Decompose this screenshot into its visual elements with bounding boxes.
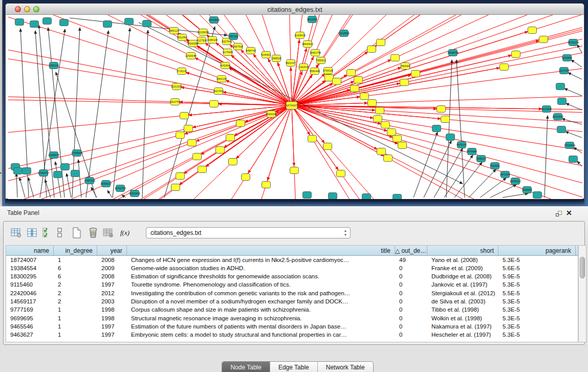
cell-out_degree[interactable]: 0: [395, 331, 427, 339]
network-node[interactable]: [210, 101, 219, 107]
network-node[interactable]: [362, 194, 371, 200]
network-node[interactable]: [381, 122, 390, 128]
network-node[interactable]: 6679197: [456, 142, 467, 148]
cell-out_degree[interactable]: 0: [395, 273, 427, 281]
window-titlebar[interactable]: citations_edges.txt: [6, 4, 584, 15]
tab-edge-table[interactable]: Edge Table: [270, 362, 318, 372]
network-node[interactable]: [391, 55, 400, 61]
network-node[interactable]: [43, 18, 52, 25]
network-node[interactable]: [180, 113, 189, 119]
cell-title[interactable]: Estimation of the future numbers of pati…: [127, 322, 395, 331]
create-table-icon[interactable]: [70, 226, 83, 239]
network-node[interactable]: 9242844: [220, 62, 230, 69]
cell-year[interactable]: 2012: [97, 289, 127, 297]
network-node[interactable]: 1810754: [170, 99, 180, 105]
cell-short[interactable]: Stergiakouli et al. (2012): [427, 289, 498, 297]
network-node[interactable]: [125, 18, 134, 25]
network-node[interactable]: 9227349: [559, 68, 569, 74]
cell-out_degree[interactable]: 0: [395, 314, 427, 322]
cell-out_degree[interactable]: 0: [395, 322, 427, 331]
column-header-pagerank[interactable]: pagerank: [498, 246, 576, 255]
cell-short[interactable]: Dudbridge et al. (2008): [427, 273, 498, 281]
show-columns-icon[interactable]: [26, 226, 39, 239]
network-node[interactable]: 1588520: [271, 55, 281, 62]
network-node[interactable]: [387, 129, 396, 136]
cell-year[interactable]: 2008: [97, 273, 127, 281]
network-node[interactable]: [333, 78, 341, 85]
network-node[interactable]: [351, 85, 359, 92]
cell-year[interactable]: 1997: [97, 331, 127, 339]
cell-in_degree[interactable]: 1: [54, 322, 97, 331]
select-all-icon[interactable]: [40, 226, 54, 239]
network-node[interactable]: [54, 171, 62, 178]
cell-pagerank[interactable]: 5.3E-5: [498, 306, 576, 314]
network-node[interactable]: [171, 184, 180, 191]
cell-short[interactable]: Hescheler et al. (1997): [427, 331, 498, 339]
network-node[interactable]: [323, 143, 332, 150]
table-row[interactable]: 946554611997Estimation of the future num…: [6, 322, 578, 331]
cell-year[interactable]: 1998: [97, 306, 127, 314]
cell-pagerank[interactable]: 5.3E-5: [498, 256, 576, 264]
network-node[interactable]: [236, 120, 245, 127]
network-node[interactable]: 18724007: [286, 102, 297, 110]
cell-pagerank[interactable]: 5.3E-5: [498, 297, 576, 305]
network-node[interactable]: 17359924: [71, 150, 82, 157]
cell-title[interactable]: Investigating the contribution of common…: [127, 289, 395, 297]
delete-column-icon[interactable]: [102, 226, 115, 239]
close-panel-icon[interactable]: ✕: [566, 209, 572, 217]
delete-table-icon[interactable]: [86, 226, 100, 239]
network-node[interactable]: [398, 142, 407, 149]
network-node[interactable]: 8813054: [307, 16, 317, 23]
column-header-name[interactable]: name: [6, 246, 54, 255]
network-node[interactable]: 8215955: [541, 106, 552, 113]
network-node[interactable]: [308, 136, 317, 142]
network-node[interactable]: [188, 140, 197, 146]
cell-year[interactable]: 1997: [97, 322, 127, 331]
network-node[interactable]: [377, 39, 385, 46]
network-node[interactable]: [23, 168, 31, 174]
cell-pagerank[interactable]: 5.9E-5: [498, 273, 576, 281]
network-node[interactable]: [500, 64, 509, 71]
cell-short[interactable]: Jankovic et al. (1997): [427, 281, 498, 289]
network-node[interactable]: [441, 116, 450, 123]
network-node[interactable]: 2803144: [216, 76, 227, 82]
network-node[interactable]: 7632621: [490, 163, 500, 169]
cell-out_degree[interactable]: 0: [395, 297, 427, 305]
network-node[interactable]: [354, 77, 363, 83]
network-node[interactable]: 16543382: [187, 40, 199, 47]
network-node[interactable]: 22420046: [185, 53, 197, 59]
network-node[interactable]: 2667608: [233, 43, 243, 50]
network-node[interactable]: 12923448: [129, 190, 140, 197]
cell-out_degree[interactable]: 0: [395, 264, 427, 272]
network-node[interactable]: [347, 70, 356, 76]
cell-in_degree[interactable]: 6: [54, 264, 97, 272]
cell-title[interactable]: Corpus callosum shape and size in male p…: [127, 306, 395, 314]
network-node[interactable]: [360, 93, 369, 100]
network-node[interactable]: [557, 126, 566, 133]
network-node[interactable]: [411, 71, 420, 77]
cell-year[interactable]: 2008: [97, 256, 127, 264]
column-header-title[interactable]: title: [127, 246, 395, 255]
network-node[interactable]: [30, 21, 39, 28]
cell-year[interactable]: 2009: [97, 264, 127, 272]
network-node[interactable]: [303, 192, 312, 199]
network-node[interactable]: [176, 173, 185, 180]
network-node[interactable]: [71, 170, 80, 177]
float-panel-icon[interactable]: [556, 211, 563, 217]
cell-in_degree[interactable]: 1: [54, 306, 97, 314]
network-node[interactable]: 9590448: [310, 68, 320, 75]
cell-name[interactable]: 9777169: [6, 306, 54, 314]
cell-in_degree[interactable]: 1: [54, 331, 97, 339]
network-node[interactable]: [446, 134, 455, 141]
cell-name[interactable]: 14569117: [6, 297, 54, 305]
cell-in_degree[interactable]: 1: [54, 314, 97, 322]
table-row[interactable]: 2242004622012Investigating the contribut…: [6, 289, 578, 297]
cell-name[interactable]: 9465546: [6, 322, 54, 331]
tab-network-table[interactable]: Network Table: [318, 362, 373, 372]
network-node[interactable]: [262, 182, 271, 188]
network-node[interactable]: 20206576: [48, 152, 59, 159]
network-node[interactable]: 1362615: [298, 64, 309, 71]
network-node[interactable]: [367, 46, 376, 53]
cell-in_degree[interactable]: 2: [54, 297, 97, 305]
cell-title[interactable]: Disruption of a novel member of a sodium…: [127, 297, 395, 305]
